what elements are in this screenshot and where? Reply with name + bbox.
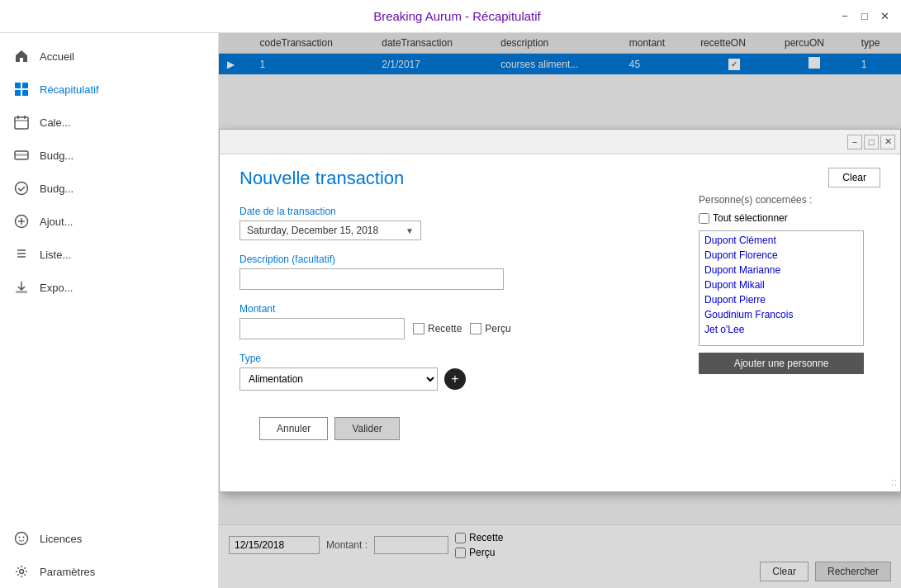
svg-rect-4	[15, 117, 28, 129]
type-select[interactable]: Alimentation Transport Loisirs Santé Log…	[239, 368, 438, 391]
montant-input[interactable]	[239, 318, 405, 339]
content-area: codeTransaction dateTransaction descript…	[219, 33, 901, 588]
minimize-button[interactable]: −	[838, 10, 851, 23]
sidebar-item-liste[interactable]: Liste...	[0, 238, 218, 271]
persons-label: Personne(s) concernées :	[699, 194, 880, 206]
modal-body: Nouvelle transaction Date de la transact…	[220, 154, 900, 467]
window-controls: − □ ✕	[838, 10, 891, 23]
montant-row: Recette Perçu	[239, 318, 682, 339]
valider-button[interactable]: Valider	[334, 417, 399, 440]
list-icon	[13, 246, 30, 263]
modal-right-panel: Clear Personne(s) concernées : Tout séle…	[699, 168, 880, 453]
sidebar-label-liste: Liste...	[40, 249, 71, 261]
person-item[interactable]: Dupont Pierre	[701, 292, 861, 307]
modal-title: Nouvelle transaction	[239, 168, 682, 189]
resize-handle[interactable]: ::	[891, 477, 897, 488]
close-button[interactable]: ✕	[878, 10, 891, 23]
date-picker-value: Saturday, December 15, 2018	[247, 225, 378, 236]
sidebar-spacer	[0, 304, 218, 522]
app-title: Breaking Aurum - Récapitulatif	[76, 9, 838, 23]
person-item[interactable]: Goudinium Francois	[701, 307, 861, 322]
add-icon	[13, 213, 30, 230]
modal-close-button[interactable]: ✕	[880, 135, 895, 149]
type-field-group: Type Alimentation Transport Loisirs Sant…	[239, 353, 682, 391]
home-icon	[13, 48, 30, 64]
sidebar-item-licences[interactable]: Licences	[0, 522, 218, 555]
modal-overlay: − □ ✕ Nouvelle transaction Date de la tr…	[219, 33, 901, 588]
svg-rect-17	[16, 291, 27, 293]
sidebar-label-licences: Licences	[40, 533, 82, 545]
svg-rect-2	[15, 90, 21, 96]
sidebar: Accueil Récapitulatif Cale... Budg...	[0, 33, 219, 588]
svg-point-19	[19, 537, 21, 538]
modal-left-panel: Nouvelle transaction Date de la transact…	[239, 168, 682, 453]
title-bar: Breaking Aurum - Récapitulatif − □ ✕	[0, 0, 901, 33]
sidebar-label-budget1: Budg...	[40, 149, 74, 162]
recette-checkbox-label[interactable]: Recette	[413, 323, 462, 334]
person-item[interactable]: Jet o'Lee	[701, 322, 861, 337]
modal-minimize-button[interactable]: −	[847, 135, 862, 149]
percu-modal-text: Perçu	[485, 323, 510, 334]
calendar-icon	[13, 114, 30, 130]
select-all-checkbox[interactable]	[699, 213, 709, 224]
svg-rect-3	[22, 90, 28, 96]
svg-point-18	[16, 533, 28, 545]
nouvelle-transaction-modal: − □ ✕ Nouvelle transaction Date de la tr…	[219, 129, 901, 492]
select-all-label: Tout sélectionner	[713, 212, 788, 224]
svg-point-21	[20, 570, 24, 574]
recette-modal-text: Recette	[428, 323, 462, 334]
date-field-label: Date de la transaction	[239, 206, 682, 217]
person-item[interactable]: Dupont Mikail	[701, 277, 861, 292]
person-item[interactable]: Dupont Clément	[701, 233, 861, 248]
sidebar-item-accueil[interactable]: Accueil	[0, 40, 218, 73]
sidebar-label-calendrier: Cale...	[40, 116, 71, 129]
add-type-button[interactable]: +	[444, 368, 466, 390]
annuler-button[interactable]: Annuler	[259, 417, 328, 440]
card-icon	[13, 147, 30, 164]
sidebar-label-parametres: Paramètres	[40, 566, 95, 578]
svg-rect-0	[15, 83, 21, 88]
ajouter-personne-button[interactable]: Ajouter une personne	[699, 353, 864, 374]
date-picker[interactable]: Saturday, December 15, 2018 ▼	[239, 220, 421, 240]
svg-point-10	[16, 183, 28, 195]
type-field-label: Type	[239, 353, 682, 364]
sidebar-label-exporter: Expo...	[40, 282, 73, 294]
modal-clear-button[interactable]: Clear	[828, 168, 880, 187]
grid-icon	[13, 81, 30, 97]
settings-icon	[13, 563, 30, 580]
montant-field-label: Montant	[239, 303, 682, 315]
sidebar-label-recapitulatif: Récapitulatif	[40, 83, 99, 96]
check-circle-icon	[13, 180, 30, 197]
type-row: Alimentation Transport Loisirs Santé Log…	[239, 368, 682, 391]
sidebar-item-parametres[interactable]: Paramètres	[0, 555, 218, 588]
person-item[interactable]: Dupont Marianne	[701, 263, 861, 277]
sidebar-label-accueil: Accueil	[40, 50, 74, 63]
smiley-icon	[13, 530, 30, 547]
persons-list: Dupont Clément Dupont Florence Dupont Ma…	[699, 230, 864, 346]
montant-field-group: Montant Recette Perçu	[239, 303, 682, 339]
person-item[interactable]: Dupont Florence	[701, 248, 861, 263]
svg-point-20	[23, 537, 25, 538]
sidebar-item-calendrier[interactable]: Cale...	[0, 106, 218, 139]
recette-modal-checkbox[interactable]	[413, 323, 424, 334]
description-field-label: Description (facultatif)	[239, 254, 682, 265]
maximize-button[interactable]: □	[858, 10, 871, 23]
export-icon	[13, 279, 30, 296]
sidebar-label-ajouter: Ajout...	[40, 216, 73, 228]
date-field-group: Date de la transaction Saturday, Decembe…	[239, 206, 682, 240]
sidebar-item-exporter[interactable]: Expo...	[0, 271, 218, 304]
modal-maximize-button[interactable]: □	[864, 135, 879, 149]
sidebar-item-budget1[interactable]: Budg...	[0, 139, 218, 172]
sidebar-item-budget2[interactable]: Budg...	[0, 172, 218, 205]
select-all-row: Tout sélectionner	[699, 212, 880, 224]
svg-rect-1	[22, 83, 28, 88]
description-field-group: Description (facultatif)	[239, 254, 682, 290]
sidebar-item-ajouter[interactable]: Ajout...	[0, 205, 218, 238]
modal-footer: Annuler Valider	[239, 404, 682, 453]
date-picker-arrow-icon: ▼	[405, 226, 414, 235]
sidebar-label-budget2: Budg...	[40, 183, 74, 195]
percu-checkbox-label[interactable]: Perçu	[470, 323, 510, 334]
percu-modal-checkbox[interactable]	[470, 323, 481, 334]
sidebar-item-recapitulatif[interactable]: Récapitulatif	[0, 73, 218, 106]
description-input[interactable]	[239, 268, 504, 290]
